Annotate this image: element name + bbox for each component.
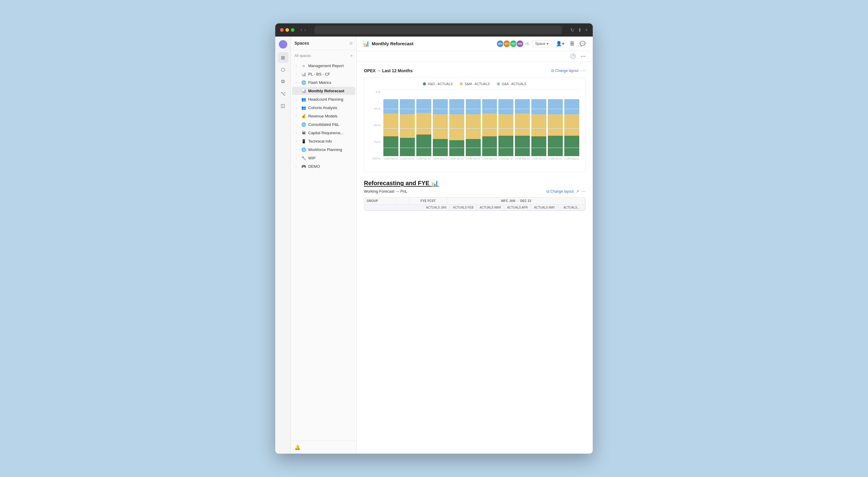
sidebar-item-label: Consolidated P&L bbox=[308, 122, 353, 127]
bar-group: L12M Nov 21 bbox=[416, 89, 431, 160]
legend-dot-rnd bbox=[423, 82, 426, 85]
table-preview: GROUP FYE FCST WFC JAN → DEC 22 ACTUAL bbox=[364, 197, 586, 211]
layers-icon: ◫ bbox=[281, 103, 285, 109]
pin-icon[interactable]: ⊘ bbox=[349, 41, 353, 46]
change-layout-label: Change layout bbox=[551, 189, 574, 193]
subrow-feb: ACTUALS FEB bbox=[450, 205, 477, 210]
sidebar-branch-btn[interactable]: ⌥ bbox=[278, 88, 288, 99]
user-avatar[interactable] bbox=[279, 40, 287, 49]
sidebar-item-management-report[interactable]: › ○ Management Report bbox=[292, 62, 355, 70]
sidebar-item-capital-requirements[interactable]: › 🏛 Capital Requireme... bbox=[292, 129, 355, 137]
legend-item-gna: G&A - ACTUALS bbox=[497, 82, 527, 86]
chart1-title: OPEX → Last 12 Months bbox=[364, 68, 413, 73]
section2-actions: ⊟ Change layout ↗ ⋯ bbox=[546, 189, 586, 193]
expand-icon[interactable]: ↗ bbox=[576, 189, 579, 193]
bar-segment-green bbox=[515, 136, 530, 156]
change-layout-button[interactable]: ⊟ Change layout bbox=[551, 69, 578, 73]
chevron-right-icon: › bbox=[296, 72, 299, 76]
notification-icon[interactable]: 🔔 bbox=[294, 445, 301, 450]
sidebar-item-pl-bs-cf[interactable]: › 📊 PL - BS - CF bbox=[292, 70, 355, 78]
layout-icon[interactable]: ☰ bbox=[569, 39, 576, 48]
space-selector[interactable]: Space ▾ bbox=[532, 40, 552, 47]
reload-icon[interactable]: ↻ bbox=[570, 27, 574, 33]
space-selector-label: Space bbox=[535, 42, 546, 46]
chart1-actions: ⊟ Change layout ⋯ bbox=[551, 68, 586, 73]
topbar-right: BD MA OD HM +6 Space ▾ 👤+ ☰ 💬 bbox=[496, 39, 587, 48]
chart-menu-icon[interactable]: ⋯ bbox=[581, 68, 586, 73]
table-col-group: GROUP bbox=[364, 198, 409, 204]
sidebar-item-label: DEMO bbox=[308, 164, 353, 169]
sidebar-item-technical-info[interactable]: › 📱 Technical Info bbox=[292, 137, 355, 145]
doc-title: Monthly Reforecast bbox=[372, 41, 413, 46]
bar-segment-blue bbox=[498, 99, 514, 114]
space-icon: 💰 bbox=[301, 114, 306, 118]
new-tab-icon[interactable]: + bbox=[585, 27, 588, 33]
forward-button[interactable]: › bbox=[304, 27, 306, 33]
chevron-right-icon: › bbox=[296, 140, 299, 143]
y-axis: 0 % -25 % -50 % -75 % -100 % bbox=[369, 89, 382, 167]
add-member-icon[interactable]: 👤+ bbox=[555, 39, 566, 48]
minimize-button[interactable] bbox=[285, 28, 289, 32]
sidebar-item-flash-metrics[interactable]: › 🌐 Flash Metrics bbox=[292, 79, 355, 87]
collaborator-avatars: BD MA OD HM +6 bbox=[496, 40, 529, 48]
legend-dot-gna bbox=[497, 82, 500, 85]
section2-header: Working Forecast → PnL ⊟ Change layout ↗… bbox=[364, 189, 586, 193]
bar-group: L12M Oct 21 bbox=[400, 89, 415, 160]
sidebar-item-revenue-models[interactable]: › 💰 Revenue Models bbox=[292, 112, 355, 120]
bar-group: L12M Jan 22 bbox=[449, 89, 464, 160]
chart-area: 0 % -25 % -50 % -75 % -100 % bbox=[369, 89, 581, 167]
more-icon[interactable]: ⋯ bbox=[580, 52, 587, 60]
sidebar-item-label: WIP bbox=[308, 156, 353, 160]
table-col-wfc: WFC JAN → DEC 22 bbox=[447, 198, 585, 204]
x-label: L12M Mar 22 bbox=[483, 157, 497, 160]
wfc-label: WFC JAN → DEC 22 bbox=[450, 199, 583, 203]
y-label-50: -50 % bbox=[373, 124, 380, 127]
sidebar-item-demo[interactable]: › 🎮 DEMO bbox=[292, 162, 355, 171]
bar-segment-yellow bbox=[482, 114, 497, 136]
close-button[interactable] bbox=[280, 28, 284, 32]
maximize-button[interactable] bbox=[291, 28, 294, 32]
share-icon[interactable]: ⬆ bbox=[578, 27, 582, 33]
bar-segment-yellow bbox=[498, 114, 514, 136]
subrow-apr: ACTUALS APR bbox=[504, 205, 531, 210]
sidebar-item-label: PL - BS - CF bbox=[308, 72, 353, 77]
bar-group: L12M Sep 21 bbox=[383, 89, 398, 160]
legend-item-rnd: R&D - ACTUALS bbox=[423, 82, 453, 86]
sidebar-item-label: Flash Metrics bbox=[308, 80, 353, 85]
legend-label-sm: S&M - ACTUALS bbox=[465, 82, 490, 86]
subrow-may: ACTUALS MAY bbox=[531, 205, 558, 210]
address-bar[interactable] bbox=[314, 26, 562, 34]
fye-label: FYE FCST bbox=[411, 199, 445, 203]
grid-icon: ⊞ bbox=[281, 55, 285, 61]
sidebar-item-label: Revenue Models bbox=[308, 114, 353, 118]
sidebar-item-consolidated-pl[interactable]: › 🌐 Consolidated P&L bbox=[292, 120, 355, 128]
section2-change-layout-button[interactable]: ⊟ Change layout bbox=[546, 189, 574, 193]
y-label-100: -100 % bbox=[372, 157, 380, 160]
chevron-right-icon: › bbox=[296, 64, 299, 67]
chevron-right-icon: › bbox=[296, 106, 299, 109]
change-layout-label: Change layout bbox=[555, 69, 578, 73]
sidebar-item-monthly-reforecast[interactable]: › 📊 Monthly Reforecast bbox=[292, 87, 355, 95]
sidebar-item-workforce-planning[interactable]: › 🌐 Workforce Planning bbox=[292, 146, 355, 154]
comment-icon[interactable]: 💬 bbox=[578, 39, 587, 48]
copy-icon: ⧉ bbox=[281, 79, 284, 84]
doc-icon: 📊 bbox=[363, 40, 369, 47]
sidebar-item-wip[interactable]: › 🔧 WIP bbox=[292, 154, 355, 162]
main-content: 📊 Monthly Reforecast BD MA OD HM +6 Spac… bbox=[357, 36, 593, 454]
chart-legend: R&D - ACTUALS S&M - ACTUALS G&A - ACTUAL… bbox=[369, 82, 581, 86]
sidebar-item-cohorts-analysis[interactable]: › 👥 Cohorts Analysis bbox=[292, 104, 355, 112]
sidebar-org-btn[interactable]: ⬡ bbox=[278, 64, 288, 75]
sidebar-grid-btn[interactable]: ⊞ bbox=[278, 52, 288, 63]
spaces-title: Spaces bbox=[294, 41, 309, 46]
x-label: L12M May 22 bbox=[515, 157, 530, 160]
sidebar-item-headcount-planning[interactable]: › 👥 Headcount Planning bbox=[292, 95, 355, 103]
y-label-25: -25 % bbox=[373, 107, 380, 110]
sidebar-copy-btn[interactable]: ⧉ bbox=[278, 76, 288, 87]
more-icon[interactable]: ⋯ bbox=[582, 189, 586, 193]
back-button[interactable]: ‹ bbox=[301, 27, 302, 33]
add-space-button[interactable]: + bbox=[350, 53, 353, 58]
bar-group: L12M Dec 21 bbox=[433, 89, 448, 160]
sidebar-layers-btn[interactable]: ◫ bbox=[278, 100, 288, 111]
history-icon[interactable]: 🕐 bbox=[569, 52, 577, 60]
x-label: L12M Apr 22 bbox=[499, 157, 513, 160]
